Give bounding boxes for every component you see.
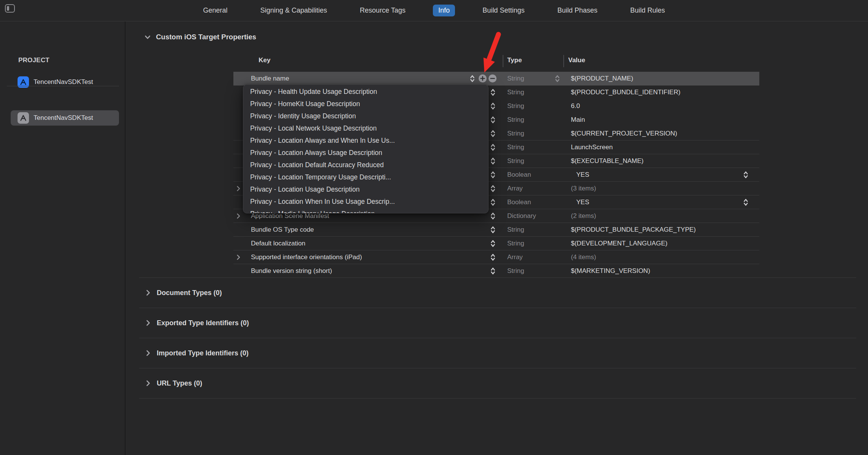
key-stepper-icon[interactable]: [490, 267, 495, 275]
chevron-down-icon: [145, 35, 151, 39]
row-key: Bundle name: [251, 72, 289, 86]
table-row[interactable]: Default localization String $(DEVELOPMEN…: [233, 237, 759, 250]
menu-item[interactable]: Privacy - Health Update Usage Descriptio…: [243, 86, 488, 98]
editor-tab[interactable]: Info: [433, 5, 455, 16]
menu-item[interactable]: Privacy - Location Temporary Usage Descr…: [243, 171, 488, 183]
row-value: YES: [576, 195, 589, 209]
target-editor-tabs: GeneralSigning & CapabilitiesResource Ta…: [0, 0, 868, 21]
table-row[interactable]: Bundle version string (short) String $(M…: [233, 264, 759, 278]
section-header[interactable]: Imported Type Identifiers (0): [139, 338, 856, 368]
section-divider: [139, 398, 856, 399]
row-value: (3 items): [571, 182, 596, 195]
row-key: Bundle version string (short): [251, 264, 332, 278]
key-stepper-icon[interactable]: [490, 102, 495, 110]
target-name: TencentNavSDKTest: [34, 114, 93, 122]
menu-item[interactable]: Privacy - Location Always and When In Us…: [243, 134, 488, 147]
section-label: URL Types (0): [157, 379, 202, 387]
row-value: YES: [576, 168, 589, 182]
key-stepper-icon[interactable]: [490, 226, 495, 234]
menu-item[interactable]: Privacy - Location Usage Description: [243, 183, 488, 195]
section-label: Imported Type Identifiers (0): [157, 349, 249, 357]
key-stepper-icon[interactable]: [490, 116, 495, 124]
key-column-header: Key: [259, 56, 270, 64]
editor-tab[interactable]: Build Rules: [625, 5, 670, 16]
row-type: String: [507, 127, 524, 140]
menu-item[interactable]: Privacy - Local Network Usage Descriptio…: [243, 122, 488, 134]
target-item[interactable]: TencentNavSDKTest: [11, 110, 119, 126]
table-row[interactable]: Supported interface orientations (iPad) …: [233, 250, 759, 264]
row-type: String: [507, 223, 524, 237]
row-value: (2 items): [571, 209, 596, 223]
section-header[interactable]: Exported Type Identifiers (0): [139, 308, 856, 338]
custom-properties-header[interactable]: Custom iOS Target Properties: [145, 32, 256, 42]
disclosure-chevron-icon[interactable]: [236, 213, 240, 219]
row-key: Supported interface orientations (iPad): [251, 250, 362, 264]
project-navigator-sidebar: PROJECT TencentNavSDKTest TARGETS Tencen…: [0, 21, 125, 455]
chevron-right-icon: [146, 319, 150, 326]
project-section-label: PROJECT: [18, 56, 50, 64]
editor-tab[interactable]: Build Settings: [477, 5, 530, 16]
menu-item[interactable]: Privacy - Media Library Usage Descriptio…: [243, 208, 488, 213]
row-type: Boolean: [507, 168, 531, 182]
row-type: String: [507, 86, 524, 99]
value-stepper-icon[interactable]: [743, 198, 748, 207]
key-stepper-icon[interactable]: [490, 239, 495, 248]
key-stepper-icon[interactable]: [490, 212, 495, 220]
custom-properties-title: Custom iOS Target Properties: [156, 33, 256, 41]
row-type: Array: [507, 182, 523, 195]
key-stepper-icon[interactable]: [490, 171, 495, 179]
row-type: String: [507, 113, 524, 127]
disclosure-chevron-icon[interactable]: [236, 186, 240, 192]
row-type: Dictionary: [507, 209, 536, 223]
section-label: Document Types (0): [157, 289, 222, 297]
type-stepper-icon[interactable]: [555, 74, 560, 83]
row-type: String: [507, 154, 524, 168]
chevron-right-icon: [146, 350, 150, 357]
section-header[interactable]: URL Types (0): [139, 368, 856, 398]
row-value: $(CURRENT_PROJECT_VERSION): [571, 127, 677, 140]
project-item[interactable]: TencentNavSDKTest: [11, 74, 119, 90]
top-tab-bar: GeneralSigning & CapabilitiesResource Ta…: [0, 0, 868, 21]
row-value: LaunchScreen: [571, 140, 613, 154]
value-stepper-icon[interactable]: [743, 171, 748, 179]
app-target-icon: [18, 112, 29, 124]
key-stepper-icon[interactable]: [490, 157, 495, 165]
row-value: $(PRODUCT_BUNDLE_IDENTIFIER): [571, 86, 680, 99]
row-type: Boolean: [507, 195, 531, 209]
section-header[interactable]: Document Types (0): [139, 278, 856, 308]
sidebar-divider: [7, 86, 119, 86]
menu-item[interactable]: Privacy - Location When In Use Usage Des…: [243, 195, 488, 208]
row-value: $(EXECUTABLE_NAME): [571, 154, 644, 168]
key-stepper-icon[interactable]: [490, 143, 495, 152]
table-row[interactable]: Bundle OS Type code String $(PRODUCT_BUN…: [233, 223, 759, 237]
row-key: Default localization: [251, 237, 305, 250]
column-divider: [563, 55, 564, 67]
key-stepper-icon[interactable]: [490, 184, 495, 193]
menu-item[interactable]: Privacy - HomeKit Usage Description: [243, 98, 488, 110]
key-stepper-icon[interactable]: [490, 129, 495, 138]
row-type: String: [507, 99, 524, 113]
menu-item[interactable]: Privacy - Location Default Accuracy Redu…: [243, 159, 488, 171]
chevron-right-icon: [146, 380, 150, 387]
key-stepper-icon[interactable]: [490, 88, 495, 97]
value-column-header: Value: [568, 56, 585, 64]
editor-tab[interactable]: Resource Tags: [355, 5, 411, 16]
menu-item[interactable]: Privacy - Identity Usage Description: [243, 110, 488, 122]
row-value: (4 items): [571, 250, 596, 264]
menu-item[interactable]: Privacy - Location Always Usage Descript…: [243, 147, 488, 159]
project-name: TencentNavSDKTest: [34, 78, 93, 86]
row-value: $(MARKETING_VERSION): [571, 264, 650, 278]
key-stepper-icon[interactable]: [490, 253, 495, 261]
editor-tab[interactable]: Signing & Capabilities: [255, 5, 332, 16]
disclosure-chevron-icon[interactable]: [236, 254, 240, 260]
sidebar-main-divider: [125, 21, 125, 455]
xcode-window: GeneralSigning & CapabilitiesResource Ta…: [0, 0, 868, 455]
row-type: String: [507, 264, 524, 278]
editor-tab[interactable]: General: [198, 5, 233, 16]
editor-tab[interactable]: Build Phases: [552, 5, 603, 16]
row-value: $(DEVELOPMENT_LANGUAGE): [571, 237, 667, 250]
key-stepper-icon[interactable]: [490, 198, 495, 207]
info-sections: Document Types (0) Exported Type Identif…: [139, 278, 856, 399]
key-suggestions-menu: Privacy - Health Update Usage Descriptio…: [243, 84, 489, 213]
row-value: $(PRODUCT_BUNDLE_PACKAGE_TYPE): [571, 223, 696, 237]
